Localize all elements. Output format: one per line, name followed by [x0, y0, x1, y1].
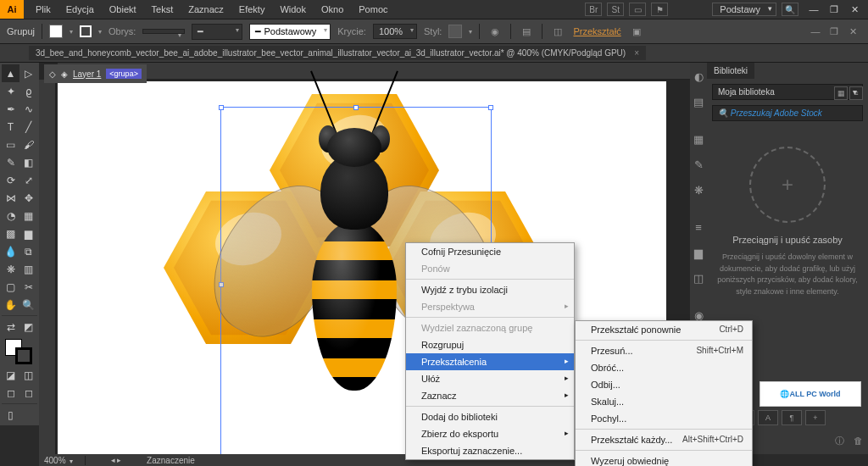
brush-dropdown[interactable]: ━ Podstawowy — [249, 24, 331, 40]
ctx-select[interactable]: Zaznacz▸ — [406, 387, 574, 404]
document-tab[interactable]: 3d_bee_and_honeycomb_vector_bee_ai_adobe… — [29, 46, 646, 60]
ctx-export-selection[interactable]: Eksportuj zaznaczenie... — [406, 442, 574, 459]
stroke-panel-icon[interactable]: ≡ — [692, 220, 705, 234]
close-icon[interactable]: × — [626, 48, 639, 58]
menu-view[interactable]: Widok — [273, 2, 313, 17]
recolor-icon[interactable]: ◉ — [487, 23, 504, 40]
transparency-panel-icon[interactable]: ◫ — [692, 271, 705, 285]
library-delete-icon[interactable]: 🗑 — [851, 434, 865, 447]
gradient-panel-icon[interactable]: ▆ — [692, 246, 705, 259]
pen-tool[interactable]: ✒ — [2, 100, 19, 118]
gpu-icon[interactable]: ⚑ — [651, 3, 668, 16]
selection-tool[interactable]: ▲ — [2, 64, 19, 82]
hand-tool[interactable]: ✋ — [2, 296, 19, 313]
brush-tool[interactable]: 🖌 — [19, 136, 37, 153]
menu-help[interactable]: Pomoc — [352, 2, 394, 17]
libraries-tab[interactable]: Biblioteki — [707, 63, 754, 79]
menu-select[interactable]: Zaznacz — [181, 2, 231, 17]
horizontal-ruler[interactable] — [58, 63, 690, 80]
menu-object[interactable]: Obiekt — [103, 2, 143, 17]
rotate-tool[interactable]: ⟳ — [2, 171, 19, 189]
window-close-icon[interactable]: ✕ — [844, 2, 865, 17]
toggle-fill-icon[interactable]: ⇄ — [2, 318, 19, 336]
window-maximize-icon[interactable]: ❐ — [824, 2, 844, 17]
shaper-tool[interactable]: ✎ — [2, 153, 19, 171]
stroke-swatch[interactable] — [80, 25, 92, 37]
doc-min-icon[interactable]: — — [807, 23, 824, 40]
layer-link[interactable]: Layer 1 — [73, 69, 101, 79]
swatches-panel-icon[interactable]: ▦ — [692, 132, 705, 146]
ctx-transform-each[interactable]: Przekształć każdy...Alt+Shift+Ctrl+D — [576, 431, 752, 448]
zoom-tool[interactable]: 🔍 — [19, 296, 37, 313]
menu-window[interactable]: Okno — [314, 2, 350, 17]
add-charstyle-icon[interactable]: A — [758, 410, 778, 425]
transform-link[interactable]: Przekształć — [573, 26, 620, 36]
type-tool[interactable]: T — [2, 118, 19, 136]
stock-icon[interactable]: St — [607, 3, 624, 16]
opacity-input[interactable]: 100% — [373, 24, 417, 39]
add-content-icon[interactable]: + — [805, 410, 826, 425]
doc-close-icon[interactable]: ✕ — [844, 23, 861, 40]
window-minimize-icon[interactable]: — — [804, 2, 824, 17]
ctx-reflect[interactable]: Odbij... — [576, 376, 752, 393]
slice-tool[interactable]: ✂ — [19, 278, 37, 296]
fill-stroke-control[interactable] — [3, 337, 36, 364]
ctx-undo[interactable]: Cofnij Przesunięcie — [406, 243, 574, 260]
menu-text[interactable]: Tekst — [145, 2, 181, 17]
brushes-panel-icon[interactable]: ✎ — [692, 158, 705, 171]
vertical-ruler[interactable] — [39, 80, 56, 454]
arrange-icon[interactable]: ▭ — [629, 3, 646, 16]
eraser-tool[interactable]: ◧ — [19, 153, 37, 171]
doc-max-icon[interactable]: ❐ — [826, 23, 843, 40]
grid-view-icon[interactable]: ▦ — [834, 86, 848, 100]
ctx-shear[interactable]: Pochyl... — [576, 410, 752, 427]
menu-edit[interactable]: Edycja — [59, 2, 101, 17]
direct-selection-tool[interactable]: ▷ — [19, 64, 37, 82]
align-icon[interactable]: ▤ — [518, 23, 535, 40]
draw-behind-icon[interactable]: ◻ — [19, 384, 37, 402]
menu-effects[interactable]: Efekty — [232, 2, 272, 17]
fill-swatch[interactable] — [49, 25, 63, 38]
color-mode-icon[interactable]: ◪ — [2, 366, 19, 384]
group-chip[interactable]: <grupa> — [106, 69, 142, 79]
ctx-reset-bbox[interactable]: Wyzeruj obwiednię — [576, 452, 752, 466]
isolate-icon[interactable]: ▣ — [628, 23, 645, 40]
artboard-tool[interactable]: ▢ — [2, 278, 19, 296]
ctx-transform-again[interactable]: Przekształć ponownieCtrl+D — [576, 321, 752, 338]
style-swatch[interactable] — [448, 25, 462, 38]
ctx-ungroup[interactable]: Rozgrupuj — [406, 336, 574, 353]
ctx-collect-export[interactable]: Zbierz do eksportu▸ — [406, 425, 574, 442]
line-tool[interactable]: ╱ — [19, 118, 37, 136]
ctx-rotate[interactable]: Obróć... — [576, 359, 752, 376]
gradient-tool[interactable]: ▆ — [19, 225, 37, 242]
bridge-icon[interactable]: Br — [585, 3, 602, 16]
search-icon[interactable]: 🔍 — [782, 3, 798, 16]
perspective-tool[interactable]: ▦ — [19, 207, 37, 225]
shape-mode-icon[interactable]: ◫ — [549, 23, 566, 40]
library-drop-zone[interactable]: + Przeciągnij i upuść zasoby Przeciągnij… — [715, 147, 860, 297]
color-guide-icon[interactable]: ▤ — [692, 95, 705, 108]
draw-normal-icon[interactable]: ◻ — [2, 384, 19, 402]
library-info-icon[interactable]: ⓘ — [832, 434, 846, 447]
scale-tool[interactable]: ⤢ — [19, 171, 37, 189]
isolation-breadcrumb[interactable]: ◇ ◈ Layer 1 <grupa> — [44, 64, 147, 83]
stroke-profile-dropdown[interactable]: ━ — [192, 24, 242, 40]
curvature-tool[interactable]: ∿ — [19, 100, 37, 118]
stock-search-input[interactable]: 🔍 Przeszukaj Adobe Stock — [712, 105, 863, 121]
ctx-move[interactable]: Przesuń...Shift+Ctrl+M — [576, 342, 752, 359]
list-view-icon[interactable]: ≡ — [849, 86, 863, 100]
mesh-tool[interactable]: ▩ — [2, 225, 19, 242]
color-panel-icon[interactable]: ◐ — [692, 69, 705, 83]
add-parastyle-icon[interactable]: ¶ — [782, 410, 802, 425]
graph-tool[interactable]: ▥ — [19, 260, 37, 278]
eyedropper-tool[interactable]: 💧 — [2, 242, 19, 260]
menu-file[interactable]: Plik — [29, 2, 58, 17]
shape-builder-tool[interactable]: ◔ — [2, 207, 19, 225]
magic-wand-tool[interactable]: ✦ — [2, 82, 19, 100]
symbol-sprayer-tool[interactable]: ❋ — [2, 260, 19, 278]
blend-tool[interactable]: ⧉ — [19, 242, 37, 260]
stroke-weight-input[interactable] — [142, 29, 185, 34]
default-fill-icon[interactable]: ◩ — [19, 318, 37, 336]
width-tool[interactable]: ⋈ — [2, 189, 19, 207]
ctx-exit-isolation[interactable]: Wyjdź z trybu izolacji — [406, 281, 574, 298]
